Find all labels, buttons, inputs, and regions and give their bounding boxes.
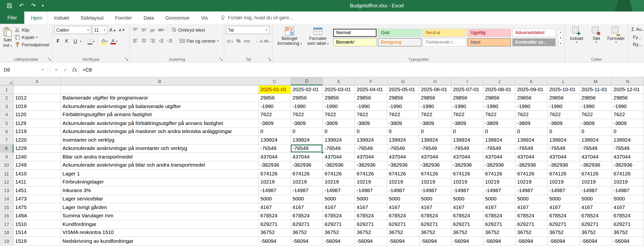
- cell-A4[interactable]: 1120: [14, 111, 61, 119]
- column-header-E[interactable]: E: [323, 77, 355, 86]
- cell-E1[interactable]: 2025-03-01: [323, 86, 355, 94]
- column-header-C[interactable]: C: [259, 77, 291, 86]
- cell-D3[interactable]: -1990: [291, 102, 323, 110]
- cell-H12[interactable]: 10219: [419, 178, 452, 186]
- cell-G9[interactable]: 437044: [387, 153, 419, 161]
- row-header-15[interactable]: 15: [0, 203, 14, 212]
- column-header-D[interactable]: D: [291, 77, 323, 86]
- cell-A13[interactable]: 1451: [14, 186, 61, 195]
- cell-A16[interactable]: 149A: [14, 212, 61, 220]
- cell-C2[interactable]: 29856: [259, 94, 291, 102]
- cell-B7[interactable]: Inventarier och verktyg: [61, 136, 259, 144]
- save-button[interactable]: [3, 3, 16, 8]
- cell-F1[interactable]: 2025-04-01: [355, 86, 387, 94]
- align-right-button[interactable]: [149, 37, 156, 45]
- cell-N19[interactable]: -56094: [612, 237, 644, 245]
- cell-B17[interactable]: Kundfordringar: [61, 220, 259, 228]
- cell-C12[interactable]: 10219: [259, 178, 291, 186]
- cell-N18[interactable]: 36752: [612, 228, 644, 237]
- cell-L15[interactable]: 4167: [548, 203, 580, 212]
- cut-button[interactable]: Klip: [14, 27, 50, 33]
- cell-L8[interactable]: -76549: [548, 144, 580, 153]
- wrap-text-button[interactable]: Ombryd tekst: [170, 27, 206, 32]
- cell-D16[interactable]: 678524: [291, 212, 323, 220]
- cell-J14[interactable]: 5000: [484, 195, 516, 203]
- cell-G11[interactable]: 674126: [387, 170, 419, 178]
- style-chip-kontroll-r-ce-[interactable]: Kontrollér ce...: [512, 38, 556, 46]
- column-header-B[interactable]: B: [61, 77, 259, 86]
- cell-H10[interactable]: -382936: [419, 161, 452, 170]
- cell-D7[interactable]: 139924: [291, 136, 323, 144]
- cell-F15[interactable]: 4167: [355, 203, 387, 212]
- cell-A3[interactable]: 1019: [14, 102, 61, 110]
- style-chip-neutral[interactable]: Neutral: [423, 29, 466, 37]
- cell-M1[interactable]: 2025-11-01: [580, 86, 612, 94]
- style-chip-bem-rk-[interactable]: Bemærk!: [333, 38, 377, 46]
- cell-G18[interactable]: 36752: [387, 228, 419, 237]
- cell-G5[interactable]: -3809: [387, 119, 419, 128]
- cell-G15[interactable]: 4167: [387, 203, 419, 212]
- column-header-J[interactable]: J: [484, 77, 516, 86]
- cell-K3[interactable]: -1990: [516, 102, 548, 110]
- cell-D1[interactable]: 2025-02-01: [291, 86, 323, 94]
- cell-B8[interactable]: Ackumulerade avskrivningar på inventarie…: [61, 144, 259, 153]
- cell-M14[interactable]: 5000: [580, 195, 612, 203]
- cell-A7[interactable]: 1220: [14, 136, 61, 144]
- cell-K7[interactable]: 139924: [516, 136, 548, 144]
- row-header-13[interactable]: 13: [0, 186, 14, 195]
- row-header-5[interactable]: 5: [0, 119, 14, 128]
- row-header-1[interactable]: 1: [0, 86, 14, 94]
- cell-D10[interactable]: -382936: [291, 161, 323, 170]
- row-header-11[interactable]: 11: [0, 170, 14, 178]
- cell-J12[interactable]: 10219: [484, 178, 516, 186]
- cell-H19[interactable]: -56094: [419, 237, 452, 245]
- cell-A12[interactable]: 1411: [14, 178, 61, 186]
- cell-G17[interactable]: 629271: [387, 220, 419, 228]
- cell-N4[interactable]: 7622: [612, 111, 644, 119]
- bold-button[interactable]: F: [54, 38, 62, 45]
- cell-N9[interactable]: 437044: [612, 153, 644, 161]
- column-header-L[interactable]: L: [548, 77, 580, 86]
- cell-J19[interactable]: -56094: [484, 237, 516, 245]
- cell-N15[interactable]: 4167: [612, 203, 644, 212]
- cell-L9[interactable]: 437044: [548, 153, 580, 161]
- cell-J6[interactable]: 0: [484, 128, 516, 136]
- cell-B12[interactable]: Förbrukningslager: [61, 178, 259, 186]
- gallery-more-button[interactable]: ▼: [558, 41, 563, 46]
- cell-N1[interactable]: 2025-12-01: [612, 86, 644, 94]
- cell-J8[interactable]: -76549: [484, 144, 516, 153]
- tab-indsæt[interactable]: Indsæt: [48, 12, 75, 24]
- cell-J9[interactable]: 437044: [484, 153, 516, 161]
- tell-me-box[interactable]: Fortæl mig, hvad du vil gøre...: [220, 12, 293, 24]
- cell-B18[interactable]: VISMA reskontra 1510: [61, 228, 259, 237]
- cell-H17[interactable]: 629271: [419, 220, 452, 228]
- cell-G6[interactable]: 0: [387, 128, 419, 136]
- cell-E15[interactable]: 4167: [323, 203, 355, 212]
- cell-A18[interactable]: 1514: [14, 228, 61, 237]
- cell-F4[interactable]: 7622: [355, 111, 387, 119]
- format-painter-button[interactable]: Formatpensel: [14, 42, 50, 48]
- italic-button[interactable]: K: [63, 38, 70, 45]
- cell-H18[interactable]: 36752: [419, 228, 452, 237]
- borders-button[interactable]: ▾: [86, 38, 95, 45]
- cell-C1[interactable]: 2025-01-01: [259, 86, 291, 94]
- cell-K13[interactable]: -14987: [516, 186, 548, 195]
- cell-B16[interactable]: Summa Varulager mm: [61, 212, 259, 220]
- autosum-button[interactable]: Σ Au...: [630, 26, 642, 32]
- cell-H16[interactable]: 678524: [419, 212, 452, 220]
- row-header-17[interactable]: 17: [0, 220, 14, 228]
- insert-function-button[interactable]: fx: [70, 67, 79, 73]
- row-header-9[interactable]: 9: [0, 153, 14, 161]
- clipboard-dialog-launcher[interactable]: [48, 58, 51, 61]
- cell-H1[interactable]: 2025-06-01: [419, 86, 452, 94]
- cell-N3[interactable]: -1990: [612, 102, 644, 110]
- cell-B5[interactable]: Ackumulerade avskrivningar på förbättrin…: [61, 119, 259, 128]
- cell-H4[interactable]: 7622: [419, 111, 452, 119]
- font-dialog-launcher[interactable]: [125, 58, 129, 61]
- delete-cells-button[interactable]: Slet ▾: [586, 26, 606, 55]
- tab-gennemse[interactable]: Gennemse: [160, 12, 195, 24]
- redo-button[interactable]: ↷: [28, 0, 39, 12]
- cell-C16[interactable]: 678524: [259, 212, 291, 220]
- cell-B1[interactable]: [61, 86, 259, 94]
- cell-F12[interactable]: 10219: [355, 178, 387, 186]
